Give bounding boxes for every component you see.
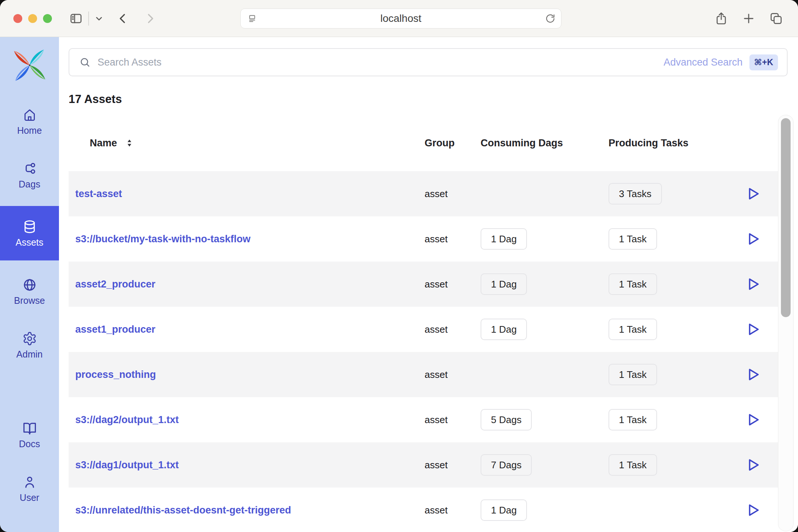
new-tab-icon[interactable] xyxy=(742,12,755,25)
play-icon[interactable] xyxy=(744,230,761,247)
minimize-window-button[interactable] xyxy=(28,14,37,23)
asset-group-cell: asset xyxy=(420,414,475,426)
forward-icon[interactable] xyxy=(144,12,156,25)
browser-titlebar: localhost xyxy=(0,0,798,37)
sidebar-item-dags[interactable]: Dags xyxy=(0,152,59,198)
asset-name-cell: asset1_producer xyxy=(69,324,420,335)
row-action-cell xyxy=(731,502,775,519)
play-icon[interactable] xyxy=(744,411,761,428)
main-content: Advanced Search ⌘+K 17 Assets Name Group… xyxy=(59,37,798,532)
consuming-dags-button[interactable]: 7 Dags xyxy=(481,454,532,476)
sidebar-item-user[interactable]: User xyxy=(0,466,59,511)
consuming-dags-cell: 1 Dag xyxy=(475,228,603,250)
producing-tasks-cell: 1 Task xyxy=(603,454,731,476)
database-icon xyxy=(22,219,37,234)
sidebar-item-label: Browse xyxy=(14,296,45,305)
table-body: test-assetasset3 Taskss3://bucket/my-tas… xyxy=(69,171,794,532)
share-icon[interactable] xyxy=(714,11,728,26)
zoom-window-button[interactable] xyxy=(43,14,52,23)
table-row: test-assetasset3 Tasks xyxy=(69,171,794,216)
producing-tasks-button[interactable]: 1 Task xyxy=(609,319,657,340)
back-icon[interactable] xyxy=(116,12,129,25)
asset-name-link[interactable]: test-asset xyxy=(75,188,122,199)
producing-tasks-button[interactable]: 1 Task xyxy=(609,409,657,430)
asset-name-link[interactable]: asset2_producer xyxy=(75,279,155,290)
producing-tasks-button[interactable]: 1 Task xyxy=(609,273,657,295)
table-row: s3://dag1/output_1.txtasset7 Dags1 Task xyxy=(69,442,794,488)
consuming-dags-button[interactable]: 1 Dag xyxy=(481,319,527,340)
asset-group-cell: asset xyxy=(420,324,475,335)
table-row: asset1_producerasset1 Dag1 Task xyxy=(69,307,794,352)
page-title: 17 Assets xyxy=(69,93,122,106)
sidebar-item-label: Home xyxy=(17,126,42,135)
table-row: s3://bucket/my-task-with-no-taskflowasse… xyxy=(69,216,794,262)
sidebar-item-label: Docs xyxy=(19,439,40,449)
address-bar[interactable]: localhost xyxy=(240,9,561,29)
tab-overview-icon[interactable] xyxy=(769,11,783,26)
row-action-cell xyxy=(731,366,775,383)
table-scrollbar-track[interactable] xyxy=(778,115,794,531)
row-action-cell xyxy=(731,321,775,338)
keyboard-shortcut-badge: ⌘+K xyxy=(749,54,778,70)
sidebar-item-home[interactable]: Home xyxy=(0,99,59,144)
home-icon xyxy=(22,107,37,122)
sidebar-item-browse[interactable]: Browse xyxy=(0,269,59,314)
producing-tasks-cell: 1 Task xyxy=(603,228,731,250)
producing-tasks-button[interactable]: 1 Task xyxy=(609,228,657,250)
consuming-dags-cell: 1 Dag xyxy=(475,499,603,521)
table-row: s3://unrelated/this-asset-doesnt-get-tri… xyxy=(69,488,794,532)
close-window-button[interactable] xyxy=(13,14,22,23)
search-input[interactable] xyxy=(98,57,663,68)
play-icon[interactable] xyxy=(744,185,761,202)
sidebar-item-label: User xyxy=(20,493,39,502)
globe-icon xyxy=(22,277,37,292)
column-header-name[interactable]: Name xyxy=(69,137,420,149)
sidebar-item-assets[interactable]: Assets xyxy=(0,206,59,260)
column-header-consuming-dags: Consuming Dags xyxy=(475,137,603,149)
airflow-app: HomeDagsAssetsBrowseAdminDocsUser Advanc… xyxy=(0,37,798,532)
url-text: localhost xyxy=(241,13,561,24)
browser-window: localhost xyxy=(0,0,798,532)
column-header-group: Group xyxy=(420,137,475,149)
browser-actions xyxy=(714,0,783,37)
asset-group-cell: asset xyxy=(420,505,475,516)
asset-name-link[interactable]: s3://dag2/output_1.txt xyxy=(75,414,179,425)
asset-name-link[interactable]: s3://dag1/output_1.txt xyxy=(75,459,179,471)
consuming-dags-cell: 5 Dags xyxy=(475,409,603,430)
asset-group-cell: asset xyxy=(420,188,475,200)
asset-name-cell: process_nothing xyxy=(69,369,420,380)
advanced-search-link[interactable]: Advanced Search xyxy=(663,57,742,68)
producing-tasks-button[interactable]: 1 Task xyxy=(609,364,657,385)
user-icon xyxy=(22,475,37,489)
play-icon[interactable] xyxy=(744,276,761,293)
play-icon[interactable] xyxy=(744,502,761,519)
producing-tasks-cell: 1 Task xyxy=(603,319,731,340)
asset-name-link[interactable]: asset1_producer xyxy=(75,324,155,335)
producing-tasks-cell: 1 Task xyxy=(603,364,731,385)
airflow-pinwheel-logo[interactable] xyxy=(12,47,47,83)
asset-name-link[interactable]: process_nothing xyxy=(75,369,156,380)
table-header-row: Name Group Consuming Dags Producing Task… xyxy=(69,115,794,171)
consuming-dags-button[interactable]: 5 Dags xyxy=(481,409,532,430)
sidebar-toggle-icon[interactable] xyxy=(69,11,83,26)
consuming-dags-button[interactable]: 1 Dag xyxy=(481,228,527,250)
play-icon[interactable] xyxy=(744,321,761,338)
asset-name-link[interactable]: s3://unrelated/this-asset-doesnt-get-tri… xyxy=(75,505,291,516)
asset-name-link[interactable]: s3://bucket/my-task-with-no-taskflow xyxy=(75,233,251,245)
sidebar-item-admin[interactable]: Admin xyxy=(0,322,59,368)
play-icon[interactable] xyxy=(744,456,761,473)
chevron-down-icon[interactable] xyxy=(94,14,104,23)
producing-tasks-button[interactable]: 3 Tasks xyxy=(609,183,662,205)
producing-tasks-cell: 3 Tasks xyxy=(603,183,731,205)
asset-group-cell: asset xyxy=(420,369,475,380)
table-scrollbar-thumb[interactable] xyxy=(781,118,791,317)
consuming-dags-button[interactable]: 1 Dag xyxy=(481,273,527,295)
dag-icon xyxy=(22,161,37,176)
asset-search-bar: Advanced Search ⌘+K xyxy=(69,48,788,76)
sidebar-item-docs[interactable]: Docs xyxy=(0,412,59,458)
producing-tasks-button[interactable]: 1 Task xyxy=(609,454,657,476)
row-action-cell xyxy=(731,185,775,202)
play-icon[interactable] xyxy=(744,366,761,383)
asset-name-cell: s3://bucket/my-task-with-no-taskflow xyxy=(69,233,420,245)
consuming-dags-button[interactable]: 1 Dag xyxy=(481,499,527,521)
